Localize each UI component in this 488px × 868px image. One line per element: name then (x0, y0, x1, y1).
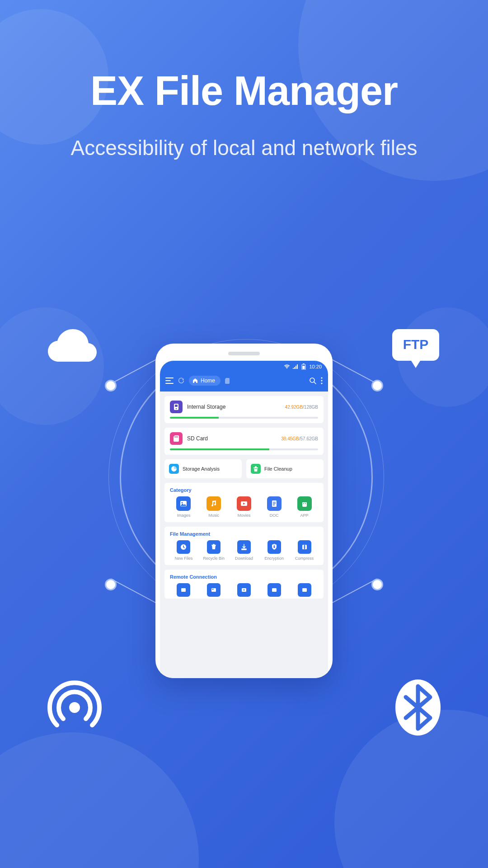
svg-point-17 (303, 503, 304, 504)
sdcard-small-icon[interactable] (225, 378, 230, 384)
fm-new-files[interactable]: New Files (170, 540, 197, 561)
fm-download-label: Download (235, 556, 253, 561)
compress-icon (298, 540, 311, 554)
storage-analysis-label: Storage Analysis (183, 466, 220, 472)
svg-point-27 (244, 590, 245, 591)
hero-title: EX File Manager (0, 68, 488, 114)
status-time: 10:20 (309, 364, 322, 369)
category-images[interactable]: Images (170, 496, 197, 518)
remote-item-4[interactable] (260, 583, 288, 597)
svg-rect-20 (242, 549, 246, 550)
svg-rect-25 (212, 589, 214, 590)
remote-item-3[interactable] (230, 583, 258, 597)
breadcrumb-home[interactable]: Home (189, 376, 221, 386)
app-icon (297, 496, 312, 511)
fm-download[interactable]: Download (230, 540, 258, 561)
svg-rect-5 (303, 366, 305, 369)
remote-connection-title: Remote Connection (170, 574, 318, 580)
connector-dot (371, 579, 383, 590)
trash-icon (207, 540, 221, 554)
file-management-title: File Management (170, 531, 318, 537)
remote-icon (177, 583, 190, 597)
svg-point-7 (321, 377, 322, 378)
analysis-icon (169, 464, 179, 474)
fm-compress[interactable]: Compress (291, 540, 318, 561)
svg-point-9 (321, 382, 322, 384)
fm-encryption[interactable]: Encryption (260, 540, 288, 561)
battery-icon (301, 363, 306, 370)
tools-row: Storage Analysis File Cleanup (164, 459, 324, 478)
ftp-label: FTP (403, 337, 429, 352)
remote-icon (237, 583, 251, 597)
svg-rect-11 (175, 405, 178, 407)
storage-analysis-button[interactable]: Storage Analysis (164, 459, 242, 478)
svg-point-12 (176, 408, 177, 410)
svg-rect-29 (302, 588, 307, 592)
remote-item-1[interactable] (170, 583, 197, 597)
internal-storage-icon (170, 401, 183, 413)
fm-new-files-label: New Files (175, 556, 193, 561)
svg-rect-24 (211, 588, 216, 592)
svg-point-8 (321, 380, 322, 381)
storage-internal-card[interactable]: Internal Storage 42.92GB/128GB (164, 396, 324, 423)
file-management-section: File Management New Files Recycle Bin Do… (164, 527, 324, 565)
fm-compress-label: Compress (295, 556, 314, 561)
internal-storage-progress (170, 417, 318, 419)
category-section: Category Images Music (164, 483, 324, 522)
breadcrumb-label: Home (201, 377, 215, 384)
fm-recycle-bin-label: Recycle Bin (203, 556, 225, 561)
shield-icon (267, 540, 281, 554)
remote-icon (207, 583, 221, 597)
fm-recycle-bin[interactable]: Recycle Bin (200, 540, 228, 561)
category-doc[interactable]: DOC (260, 496, 288, 518)
file-cleanup-button[interactable]: File Cleanup (246, 459, 324, 478)
sdcard-icon (170, 432, 183, 445)
phone-speaker (228, 352, 260, 355)
hotspot-icon (45, 678, 104, 737)
images-icon (176, 496, 191, 511)
refresh-icon[interactable] (178, 377, 184, 384)
bg-circle (0, 732, 199, 868)
hero-subtitle: Accessibility of local and network files (0, 136, 488, 160)
category-app-label: APP (300, 513, 309, 518)
internal-storage-label: Internal Storage (187, 404, 281, 410)
category-images-label: Images (177, 513, 191, 518)
wifi-icon (284, 364, 290, 369)
svg-rect-21 (273, 546, 275, 548)
svg-point-18 (305, 503, 306, 504)
category-music[interactable]: Music (200, 496, 228, 518)
fm-encryption-label: Encryption (265, 556, 284, 561)
svg-rect-23 (181, 588, 186, 592)
category-title: Category (170, 487, 318, 493)
toolbar: Home (160, 373, 328, 392)
category-movies[interactable]: Movies (230, 496, 258, 518)
download-icon (237, 540, 251, 554)
movies-icon (237, 496, 251, 511)
menu-icon[interactable] (165, 377, 174, 384)
remote-icon (267, 583, 281, 597)
category-app[interactable]: APP (291, 496, 318, 518)
connector-dot (371, 380, 383, 392)
file-cleanup-label: File Cleanup (264, 466, 292, 472)
bg-circle (0, 307, 104, 425)
remote-item-2[interactable] (200, 583, 228, 597)
internal-storage-values: 42.92GB/128GB (285, 405, 318, 410)
svg-rect-28 (272, 588, 277, 592)
category-doc-label: DOC (270, 513, 279, 518)
ftp-icon: FTP (389, 326, 443, 375)
svg-rect-4 (303, 363, 305, 364)
category-music-label: Music (208, 513, 219, 518)
connector-dot (105, 380, 117, 392)
remote-icon (298, 583, 311, 597)
status-bar: 10:20 (160, 361, 328, 373)
more-icon[interactable] (321, 377, 323, 384)
app-screen: 10:20 Home Internal Storage (160, 361, 328, 678)
cleanup-icon (251, 464, 261, 474)
clock-icon (177, 540, 190, 554)
phone-mockup: 10:20 Home Internal Storage (155, 344, 333, 678)
storage-sdcard-card[interactable]: SD Card 38.45GB/57.62GB (164, 428, 324, 455)
connector-dot (105, 579, 117, 590)
sdcard-progress (170, 448, 318, 450)
remote-item-5[interactable] (291, 583, 318, 597)
search-icon[interactable] (309, 377, 316, 384)
